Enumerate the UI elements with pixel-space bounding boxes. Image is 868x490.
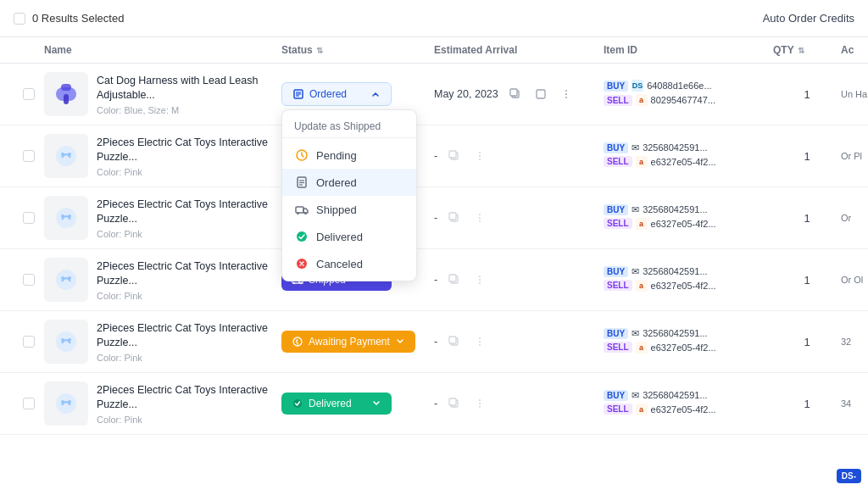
product-variant: Color: Pink [97, 353, 281, 363]
row-checkbox[interactable] [23, 274, 35, 286]
col-qty[interactable]: QTY ⇅ [773, 44, 841, 56]
product-name: 2Pieces Electric Cat Toys Interactive Pu… [97, 383, 281, 413]
svg-point-20 [565, 90, 567, 92]
qty-cell: 1 [773, 336, 841, 348]
svg-point-68 [479, 403, 481, 404]
svg-point-51 [56, 331, 76, 352]
svg-point-40 [56, 270, 76, 290]
arrival-date: - [434, 398, 437, 409]
svg-point-45 [300, 282, 302, 284]
edit-icon[interactable] [531, 84, 551, 104]
action-text: Or [841, 213, 851, 223]
table-row: 2Pieces Electric Cat Toys Interactive Pu… [0, 187, 868, 249]
row-checkbox[interactable] [23, 398, 35, 409]
platform-amazon-icon: a [636, 342, 648, 354]
chevron-down-icon [371, 398, 381, 409]
buy-badge: BUY [604, 390, 628, 401]
action-cell: Or Pl [841, 151, 868, 161]
product-cell: 2Pieces Electric Cat Toys Interactive Pu… [44, 196, 281, 240]
row-checkbox[interactable] [23, 336, 35, 348]
copy-icon[interactable] [505, 84, 526, 104]
sell-badge: SELL [604, 342, 632, 353]
sell-id: e6327e05-4f2... [651, 157, 716, 167]
product-name: 2Pieces Electric Cat Toys Interactive Pu… [97, 136, 281, 165]
copy-icon[interactable] [444, 208, 465, 228]
buy-id: 32568042591... [643, 142, 707, 153]
product-image [44, 258, 88, 302]
action-cell: 34 [841, 398, 868, 409]
auto-order-credits-button[interactable]: Auto Order Credits [763, 12, 854, 25]
row-checkbox[interactable] [23, 88, 35, 100]
select-all-checkbox[interactable] [14, 13, 25, 25]
more-icon[interactable] [470, 393, 490, 414]
qty-cell: 1 [773, 274, 841, 287]
col-status[interactable]: Status ⇅ [281, 44, 434, 56]
svg-point-30 [479, 155, 481, 157]
svg-point-59 [479, 341, 481, 342]
estimated-arrival-cell: - [434, 208, 604, 228]
clock-icon [294, 148, 309, 163]
ds-badge: DS- [837, 469, 861, 483]
dropdown-item-canceled[interactable]: Canceled [282, 250, 416, 277]
more-icon[interactable] [470, 208, 490, 228]
table-row: 2Pieces Electric Cat Toys Interactive Pu… [0, 373, 868, 435]
more-icon[interactable] [556, 84, 576, 104]
buy-id: 32568042591... [643, 390, 707, 400]
svg-point-67 [479, 399, 481, 401]
table-row: Cat Dog Harness with Lead Leash Adjustab… [0, 64, 868, 125]
copy-icon[interactable] [444, 146, 465, 166]
platform-amazon-icon: a [636, 218, 648, 230]
qty-sort-icon: ⇅ [798, 46, 804, 55]
col-action: Ac [841, 44, 868, 56]
row-checkbox[interactable] [23, 212, 35, 224]
more-icon[interactable] [470, 146, 490, 166]
copy-icon[interactable] [444, 393, 465, 414]
svg-rect-28 [449, 151, 456, 158]
estimated-arrival-cell: May 20, 2023 [434, 84, 604, 104]
check-circle-icon [294, 229, 309, 244]
item-id-cell: BUY ✉ 32568042591... SELL a e6327e05-4f2… [604, 390, 773, 418]
sell-id: e6327e05-4f2... [651, 219, 716, 229]
sell-badge: SELL [604, 218, 632, 229]
status-dropdown-button[interactable]: Ordered [281, 82, 392, 106]
dropdown-item-shipped[interactable]: Shipped [282, 196, 416, 223]
status-label: Ordered [309, 88, 347, 100]
action-cell: Un Ha [841, 89, 868, 99]
product-image [44, 320, 88, 364]
svg-point-50 [479, 282, 481, 284]
svg-rect-18 [510, 89, 517, 96]
buy-badge: BUY [604, 328, 628, 339]
status-cell: Delivered [281, 393, 434, 415]
dropdown-item-delivered[interactable]: Delivered [282, 223, 416, 250]
svg-point-48 [479, 276, 481, 277]
status-dropdown-button[interactable]: Delivered [281, 393, 392, 415]
product-image [44, 196, 88, 240]
row-checkbox[interactable] [23, 150, 35, 162]
svg-point-24 [61, 153, 64, 156]
sell-badge: SELL [604, 95, 632, 106]
product-image [44, 72, 88, 116]
svg-point-61 [56, 393, 76, 414]
sell-id: e6327e05-4f2... [651, 342, 716, 353]
svg-point-31 [479, 159, 481, 160]
more-icon[interactable] [470, 331, 490, 352]
action-text: Or Pl [841, 151, 862, 161]
svg-point-44 [293, 282, 295, 284]
dropdown-item-pending[interactable]: Pending [282, 142, 416, 169]
copy-icon[interactable] [444, 270, 465, 290]
svg-point-49 [479, 279, 481, 281]
arrival-date: - [434, 274, 437, 286]
copy-icon[interactable] [444, 331, 465, 352]
svg-point-39 [479, 220, 481, 222]
status-sort-icon: ⇅ [316, 46, 323, 55]
more-icon[interactable] [470, 270, 490, 290]
action-text: 32 [841, 337, 851, 347]
qty-cell: 1 [773, 88, 841, 101]
status-dropdown-button[interactable]: Awaiting Payment [281, 331, 415, 353]
dropdown-item-ordered[interactable]: Ordered [282, 169, 416, 196]
arrival-date: - [434, 212, 437, 224]
svg-point-15 [297, 231, 307, 242]
svg-rect-12 [296, 207, 303, 213]
item-id-cell: BUY DS 64088d1e66e... SELL a 80295467747… [604, 80, 773, 109]
svg-point-55 [297, 344, 298, 346]
